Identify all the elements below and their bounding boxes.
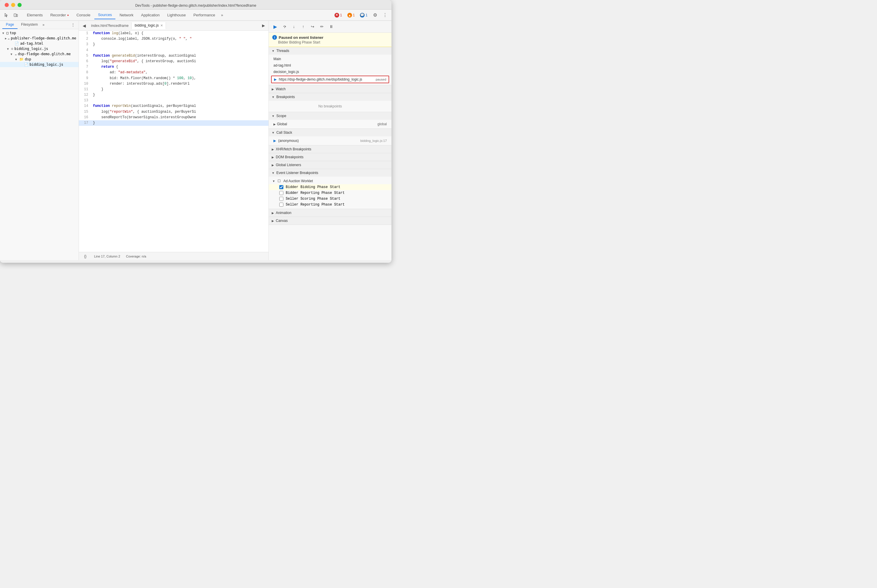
tree-item-dsp-folder[interactable]: ▼ 📁 dsp [0, 57, 78, 62]
code-line-5: 5 function generateBid(interestGroup, au… [79, 53, 268, 58]
breakpoints-content: No breakpoints [269, 101, 391, 112]
threads-arrow: ▼ [272, 50, 275, 52]
code-line-11: 11 } [79, 87, 268, 92]
code-editor[interactable]: 1 function log(label, o) { 2 console.log… [79, 31, 268, 252]
step-button[interactable]: ↪ [308, 22, 317, 31]
section-animation: ▶ Animation [269, 209, 391, 217]
panel-menu-button[interactable]: ⋮ [70, 21, 76, 28]
thread-main[interactable]: Main [269, 56, 391, 62]
step-into-button[interactable]: ↓ [290, 22, 298, 31]
panel-tab-overflow[interactable]: » [42, 23, 44, 27]
thread-bidding-logic[interactable]: ▶ https://dsp-fledge-demo.glitch.me/dsp/… [271, 76, 389, 83]
editor-tabs: ◀ index.html?fencedframe bidding_logic.j… [79, 21, 268, 31]
debug-toolbar: ▶ ↓ ↑ ↪ ✏ ⏸ [269, 21, 391, 33]
tab-page[interactable]: Page [2, 21, 18, 29]
error-badge[interactable]: ✕ 1 [333, 12, 344, 18]
call-stack-header[interactable]: ▼ Call Stack [269, 129, 391, 136]
cloud-icon-dsp: ☁ [15, 52, 17, 56]
global-listeners-header[interactable]: ▶ Global Listeners [269, 161, 391, 169]
tab-sources[interactable]: Sources [94, 11, 116, 19]
tab-recorder[interactable]: Recorder ● [47, 11, 72, 19]
breakpoints-header[interactable]: ▼ Breakpoints [269, 93, 391, 101]
tab-console[interactable]: Console [73, 11, 94, 19]
step-over-button[interactable] [280, 22, 289, 31]
scope-global[interactable]: ▶ Global global [269, 121, 391, 127]
thread-ad-tag[interactable]: ad-tag.html [269, 62, 391, 69]
editor-tab-bidding[interactable]: bidding_logic.js × [132, 22, 166, 29]
threads-header[interactable]: ▼ Threads [269, 47, 391, 55]
call-stack-arrow-icon: ▶ [274, 139, 276, 143]
info-badge[interactable]: 💬 1 [358, 12, 369, 18]
tab-application[interactable]: Application [138, 11, 163, 19]
tree-item-ad-tag[interactable]: ▶ 📄 ad-tag.html [0, 41, 78, 46]
thread-decision-logic[interactable]: decision_logic.js [269, 69, 391, 75]
tree-item-bidding-root[interactable]: ▼ ⚙ bidding_logic.js [0, 46, 78, 51]
scope-header[interactable]: ▼ Scope [269, 112, 391, 120]
select-element-button[interactable] [2, 11, 11, 19]
tree-item-bidding-file[interactable]: ▶ 📄 bidding_logic.js [0, 62, 78, 67]
call-stack-anonymous[interactable]: ▶ (anonymous) bidding_logic.js:17 [269, 138, 391, 144]
call-stack-arrow: ▼ [272, 131, 275, 134]
watch-header[interactable]: ▶ Watch [269, 85, 391, 93]
device-toolbar-button[interactable] [12, 11, 20, 19]
event-listeners-content: ▼ ☐ Ad Auction Worklet Bidder Bidding Ph… [269, 177, 391, 209]
ad-auction-arrow: ▼ [272, 180, 275, 183]
event-seller-scoring: Seller Scoring Phase Start [269, 196, 391, 202]
file-tree: ▼ □ top ▶ ☁ publisher-fledge-demo.glitch… [0, 29, 78, 260]
tab-lighthouse[interactable]: Lighthouse [164, 11, 189, 19]
pause-exceptions-button[interactable]: ⏸ [327, 22, 335, 31]
settings-button[interactable]: ⚙ [371, 11, 379, 19]
editor-back-button[interactable]: ◀ [80, 22, 88, 30]
dom-arrow: ▶ [272, 156, 274, 159]
checkbox-seller-scoring[interactable] [279, 197, 283, 201]
tree-item-dsp-fledge[interactable]: ▼ ☁ dsp-fledge-demo.glitch.me [0, 51, 78, 57]
checkbox-bidder-bidding[interactable] [279, 185, 283, 189]
code-line-15: 15 log("reportWin", { auctionSignals, pe… [79, 109, 268, 115]
window-title: DevTools - publisher-fledge-demo.glitch.… [5, 3, 387, 8]
scope-global-arrow: ▶ [274, 123, 276, 126]
tab-elements[interactable]: Elements [23, 11, 46, 19]
tab-performance[interactable]: Performance [190, 11, 218, 19]
tab-overflow[interactable]: » [219, 12, 225, 18]
dom-header[interactable]: ▶ DOM Breakpoints [269, 153, 391, 161]
cursor-position: Line 17, Column 2 [94, 255, 120, 258]
editor-tab-index[interactable]: index.html?fencedframe [88, 22, 132, 29]
code-line-10: 10 render: interestGroup.ads[0].renderUr… [79, 81, 268, 87]
section-call-stack: ▼ Call Stack ▶ (anonymous) bidding_logic… [269, 129, 391, 146]
xhr-header[interactable]: ▶ XHR/fetch Breakpoints [269, 146, 391, 153]
thread-selected-arrow: ▶ [274, 77, 277, 81]
close-button[interactable] [5, 3, 9, 7]
checkbox-bidder-reporting[interactable] [279, 191, 283, 195]
tab-filesystem[interactable]: Filesystem [18, 21, 41, 29]
event-bidder-reporting: Bidder Reporting Phase Start [269, 190, 391, 196]
warning-badge[interactable]: ▲ 1 [346, 12, 357, 18]
cursor-icon [4, 13, 9, 18]
animation-header[interactable]: ▶ Animation [269, 209, 391, 217]
section-global-listeners: ▶ Global Listeners [269, 161, 391, 169]
main-layout: Page Filesystem » ⋮ ▼ □ top ▶ ☁ publishe… [0, 21, 391, 260]
checkbox-seller-reporting[interactable] [279, 202, 283, 207]
tree-arrow-publisher: ▶ [5, 37, 7, 40]
more-options-button[interactable]: ⋮ [381, 11, 389, 19]
coverage-status: Coverage: n/a [126, 255, 146, 258]
tab-close-icon[interactable]: × [160, 23, 163, 27]
step-out-button[interactable]: ↑ [299, 22, 307, 31]
animation-arrow: ▶ [272, 212, 274, 214]
right-panel: ▶ ↓ ↑ ↪ ✏ ⏸ i Paused on event listener B… [269, 21, 391, 260]
deactivate-button[interactable]: ✏ [318, 22, 326, 31]
maximize-button[interactable] [18, 3, 22, 7]
section-breakpoints: ▼ Breakpoints No breakpoints [269, 93, 391, 112]
record-icon: ● [67, 14, 69, 16]
editor-tab-overflow[interactable]: ▶ [260, 22, 267, 29]
tab-network[interactable]: Network [116, 11, 137, 19]
resume-button[interactable]: ▶ [271, 22, 279, 31]
tree-item-top[interactable]: ▼ □ top [0, 30, 78, 36]
event-listeners-header[interactable]: ▼ Event Listener Breakpoints [269, 169, 391, 177]
breakpoints-empty: No breakpoints [269, 102, 391, 111]
section-dom: ▶ DOM Breakpoints [269, 153, 391, 161]
ad-auction-worklet-header[interactable]: ▼ ☐ Ad Auction Worklet [269, 178, 391, 184]
canvas-header[interactable]: ▶ Canvas [269, 217, 391, 225]
format-button[interactable]: {} [83, 254, 88, 259]
tree-item-publisher[interactable]: ▶ ☁ publisher-fledge-demo.glitch.me [0, 36, 78, 41]
minimize-button[interactable] [11, 3, 15, 7]
